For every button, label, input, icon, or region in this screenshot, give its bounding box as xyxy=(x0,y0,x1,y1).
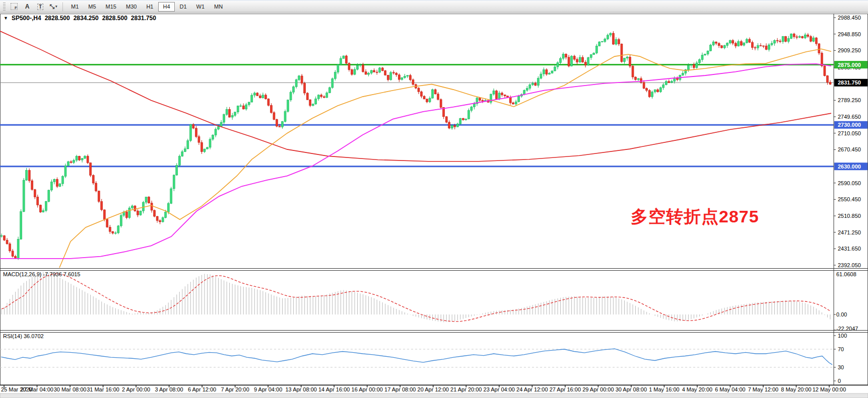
trading-platform-window: F A T ⤡ ▾ M1M5M15M30H1H4D1W1MN ▼ SP500-,… xyxy=(0,0,868,398)
time-axis-label: 23 Apr 04:00 xyxy=(484,386,515,392)
time-axis-label: 1 May 16:00 xyxy=(649,386,680,392)
time-axis-label: 6 Apr 12:00 xyxy=(188,386,216,392)
chart-dropdown-icon[interactable]: ▼ xyxy=(4,16,8,21)
ohlc-high: 2834.250 xyxy=(74,15,99,22)
time-axis-label: 7 May 12:00 xyxy=(748,386,779,392)
timeframe-button-D1[interactable]: D1 xyxy=(175,2,191,12)
macd-indicator-label: MACD(12,26,9) -7.7936 7.6015 xyxy=(3,271,80,277)
time-axis-label: 6 May 04:00 xyxy=(715,386,746,392)
chevron-down-icon: ▾ xyxy=(55,5,57,9)
time-axis-label: 27 Apr 16:00 xyxy=(550,386,581,392)
timeframe-button-M30[interactable]: M30 xyxy=(121,2,141,12)
time-axis-label: 7 Apr 20:00 xyxy=(221,386,249,392)
time-axis-label: 2 Apr 00:00 xyxy=(122,386,150,392)
time-axis-label: 21 Apr 20:00 xyxy=(450,386,482,392)
timeframe-button-M5[interactable]: M5 xyxy=(84,2,100,12)
time-axis-label: 8 May 20:00 xyxy=(781,386,812,392)
time-axis-label: 29 Apr 00:00 xyxy=(582,386,614,392)
time-axis-label: 17 Apr 08:00 xyxy=(384,386,416,392)
price-axis-area[interactable] xyxy=(834,14,868,385)
timeframe-button-W1[interactable]: W1 xyxy=(192,2,210,12)
time-axis-label: 30 Apr 08:00 xyxy=(616,386,647,392)
time-axis-label: 27 Mar 04:00 xyxy=(21,386,53,392)
time-axis[interactable]: 25 Mar 202027 Mar 04:0030 Mar 08:0031 Ma… xyxy=(0,385,868,392)
ohlc-close: 2831.750 xyxy=(131,15,156,22)
time-axis-label: 4 May 20:00 xyxy=(682,386,713,392)
rsi-area[interactable] xyxy=(0,332,834,385)
main-chart-area[interactable] xyxy=(0,14,834,268)
time-axis-label: 9 Apr 04:00 xyxy=(254,386,282,392)
ohlc-open: 2828.500 xyxy=(45,15,70,22)
time-axis-label: 16 Apr 00:00 xyxy=(352,386,383,392)
timeframe-button-MN[interactable]: MN xyxy=(210,2,227,12)
arrows-tool-button[interactable]: ⤡ ▾ xyxy=(47,2,59,12)
font-tool-button[interactable]: A xyxy=(21,2,33,12)
toolbar-separator xyxy=(62,3,63,11)
text-label-tool-button[interactable]: T xyxy=(34,2,46,12)
time-axis-label: 24 Apr 12:00 xyxy=(516,386,548,392)
timeframe-button-M15[interactable]: M15 xyxy=(101,2,121,12)
timeframe-button-M1[interactable]: M1 xyxy=(66,2,83,12)
annotation-text[interactable]: 多空转折点2875 xyxy=(631,205,759,228)
rsi-indicator-label: RSI(14) 36.0702 xyxy=(3,333,44,339)
text-label-icon: T xyxy=(37,4,43,10)
period-grid-tool-button[interactable]: F xyxy=(8,2,20,12)
time-axis-label: 20 Apr 12:00 xyxy=(418,386,449,392)
chart-symbol-label: SP500-,H4 xyxy=(12,15,41,22)
font-icon: A xyxy=(25,3,30,10)
ohlc-low: 2828.500 xyxy=(102,15,127,22)
chart-header[interactable]: ▼ SP500-,H4 2828.500 2834.250 2828.500 2… xyxy=(4,15,156,22)
timeframe-group: M1M5M15M30H1H4D1W1MN xyxy=(66,2,227,12)
timeframe-button-H1[interactable]: H1 xyxy=(142,2,158,12)
macd-area[interactable] xyxy=(0,270,834,330)
toolbar-drag-handle[interactable] xyxy=(3,3,6,11)
time-axis-label: 31 Mar 16:00 xyxy=(87,386,119,392)
time-axis-label: 14 Apr 16:00 xyxy=(318,386,350,392)
toolbar: F A T ⤡ ▾ M1M5M15M30H1H4D1W1MN xyxy=(0,0,868,13)
bottom-scroll-strip[interactable] xyxy=(0,393,868,398)
time-axis-label: 3 Apr 08:00 xyxy=(155,386,183,392)
arrows-icon: ⤡ xyxy=(49,3,54,10)
grid-icon: F xyxy=(11,3,18,10)
time-axis-label: 12 May 00:00 xyxy=(813,386,846,392)
time-axis-label: 30 Mar 08:00 xyxy=(54,386,87,392)
timeframe-button-H4[interactable]: H4 xyxy=(158,2,174,12)
time-axis-label: 13 Apr 08:00 xyxy=(285,386,316,392)
